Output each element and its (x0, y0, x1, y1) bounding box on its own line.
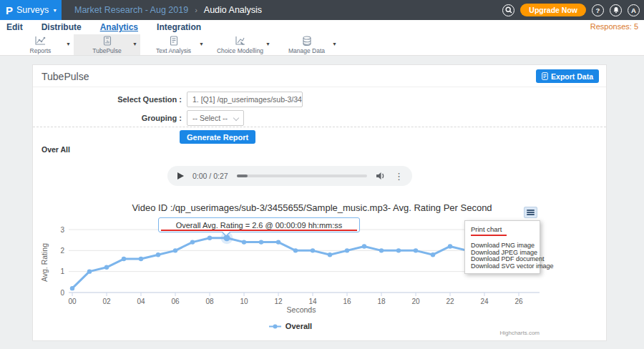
svg-text:Avg. Rating: Avg. Rating (40, 243, 49, 282)
svg-text:Seconds: Seconds (287, 305, 316, 314)
svg-text:3: 3 (60, 226, 64, 234)
player-seek-thumb[interactable] (237, 174, 248, 177)
tooltip-red-underline (161, 230, 357, 232)
upgrade-now-button[interactable]: Upgrade Now (520, 4, 586, 16)
breadcrumb-survey-name[interactable]: Market Research - Aug 2019 (74, 5, 188, 15)
chevron-down-icon[interactable]: ▼ (66, 41, 71, 46)
help-button[interactable]: ? (592, 4, 604, 16)
chart-tooltip: Overall Avg. Rating = 2.6 @ 00:00:09 hh:… (158, 217, 360, 232)
tubepulse-panel: TubePulse Export Data Select Question : … (32, 64, 607, 341)
database-icon (302, 36, 312, 46)
svg-text:08: 08 (205, 298, 214, 305)
svg-text:16: 16 (343, 298, 351, 305)
svg-text:18: 18 (377, 298, 386, 305)
chevron-down-icon: ▼ (52, 8, 57, 13)
volume-icon[interactable] (376, 172, 386, 180)
responses-count: Responses: 5 (590, 22, 638, 31)
questionpro-logo-icon: P (6, 5, 13, 16)
play-icon[interactable] (177, 172, 184, 180)
nav-item-distribute[interactable]: Distribute (42, 22, 82, 32)
question-select[interactable]: 1. [Q1] /qp_userimages/sub-3/3455655/S..… (187, 92, 303, 107)
player-seek-bar[interactable] (237, 174, 367, 177)
export-file-icon (542, 72, 548, 80)
toolbar-item-tubepulse[interactable]: TubePulse ▼ (74, 34, 140, 55)
toolbar-item-reports[interactable]: Reports ▼ (7, 34, 74, 55)
svg-text:26: 26 (514, 298, 523, 305)
menu-item-download-svg[interactable]: Download SVG vector image (465, 263, 540, 270)
svg-text:22: 22 (446, 298, 454, 305)
analytics-toolbar: Reports ▼ TubePulse ▼ Text Analysis ▼ Ch… (0, 34, 644, 56)
toolbar-item-text-analysis[interactable]: Text Analysis ▼ (140, 34, 207, 55)
nav-item-edit[interactable]: Edit (6, 22, 23, 32)
overall-section-label: Over All (42, 145, 70, 154)
product-name: Surveys (16, 5, 49, 15)
legend-line-marker-icon (269, 323, 282, 330)
svg-text:06: 06 (171, 298, 180, 305)
chevron-down-icon[interactable]: ▼ (265, 41, 270, 46)
player-menu-icon[interactable]: ⋮ (394, 172, 404, 181)
svg-text:10: 10 (240, 298, 248, 305)
grouping-select[interactable]: -- Select -- (187, 110, 244, 126)
generate-report-button[interactable]: Generate Report (180, 130, 255, 144)
grouping-label: Grouping : (74, 114, 182, 122)
text-document-icon (170, 36, 178, 46)
top-bar-actions: Upgrade Now ? A (502, 0, 640, 20)
svg-text:14: 14 (308, 298, 317, 305)
toolbar-item-manage-data[interactable]: Manage Data ▼ (273, 34, 340, 55)
chevron-down-icon (233, 115, 239, 121)
breadcrumb-separator: › (195, 6, 197, 14)
menu-item-print-chart[interactable]: Print chart (465, 224, 540, 234)
svg-text:2: 2 (60, 247, 64, 255)
account-avatar[interactable]: A (628, 4, 640, 16)
svg-text:0: 0 (60, 289, 64, 297)
toolbar-item-choice-modelling[interactable]: Choice Modelling ▼ (207, 34, 273, 55)
breadcrumb: Market Research - Aug 2019 › Audio Analy… (74, 0, 262, 20)
svg-text:24: 24 (480, 298, 489, 305)
select-question-label: Select Question : (74, 95, 182, 104)
breadcrumb-current-page: Audio Analysis (204, 5, 262, 15)
survey-nav: Edit Distribute Analytics Integration Re… (0, 20, 644, 34)
choice-chart-icon (235, 36, 246, 46)
search-icon[interactable] (502, 4, 514, 16)
app-window: P Surveys ▼ Market Research - Aug 2019 ›… (0, 0, 644, 349)
reports-chart-icon (34, 36, 47, 46)
notifications-bell-icon[interactable] (610, 4, 622, 16)
chevron-down-icon[interactable]: ▼ (332, 41, 337, 46)
top-bar: P Surveys ▼ Market Research - Aug 2019 ›… (0, 0, 644, 20)
chevron-down-icon[interactable]: ▼ (199, 41, 204, 46)
highcharts-credits: Highcharts.com (40, 330, 540, 336)
svg-text:04: 04 (137, 298, 145, 305)
player-time: 0:00 / 0:27 (192, 172, 228, 180)
audio-player: 0:00 / 0:27 ⋮ (167, 166, 412, 186)
svg-text:12: 12 (274, 298, 283, 305)
nav-item-integration[interactable]: Integration (157, 22, 201, 32)
svg-text:02: 02 (102, 298, 111, 305)
nav-item-analytics[interactable]: Analytics (100, 22, 138, 32)
tubepulse-device-icon (103, 36, 112, 46)
panel-header: TubePulse Export Data (33, 65, 606, 87)
page-title: TubePulse (42, 71, 89, 82)
chevron-down-icon[interactable]: ▼ (132, 41, 137, 46)
section-divider (33, 127, 606, 127)
svg-text:00: 00 (68, 298, 77, 305)
surveys-product-menu[interactable]: P Surveys ▼ (0, 0, 62, 20)
svg-text:1: 1 (60, 267, 64, 275)
export-data-button[interactable]: Export Data (536, 69, 599, 83)
chart-context-menu: Print chart Download PNG image Download … (464, 220, 540, 274)
svg-text:20: 20 (411, 298, 420, 305)
